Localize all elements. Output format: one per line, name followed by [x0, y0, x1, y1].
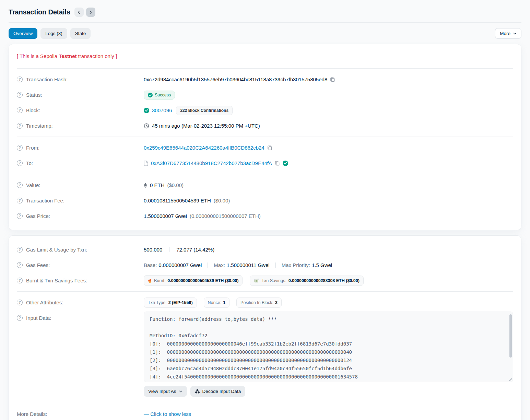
help-icon[interactable]	[17, 278, 23, 283]
gas-price-amount: 1.500000007 Gwei	[144, 213, 187, 219]
more-details-row: More Details: — Click to show less	[17, 406, 513, 420]
resize-handle[interactable]	[509, 378, 512, 381]
block-label: Block:	[26, 107, 40, 113]
transaction-nav	[74, 8, 95, 17]
burnt-savings-row: Burnt & Txn Savings Fees: Burnt: 0.00000…	[17, 273, 513, 288]
input-data-row: Input Data: Function: forward(address to…	[17, 312, 513, 397]
separator	[208, 262, 208, 268]
txn-savings-fee-badge: Txn Savings: 0.000000000000288308 ETH ($…	[250, 276, 363, 286]
clock-icon	[144, 123, 149, 129]
block-number-link[interactable]: 3007096	[152, 107, 172, 113]
page-title: Transaction Details	[9, 8, 70, 16]
show-less-link[interactable]: — Click to show less	[144, 411, 191, 417]
input-data-content: Function: forward(address to,bytes data)…	[144, 312, 513, 382]
divider	[17, 403, 513, 403]
gas-usage-value: 72,077 (14.42%)	[176, 247, 214, 253]
input-data-box[interactable]: Function: forward(address to,bytes data)…	[144, 312, 513, 382]
overview-card: [ This is a Sepolia Testnet transaction …	[9, 44, 521, 230]
copy-icon	[267, 145, 272, 150]
copy-icon	[330, 77, 335, 82]
to-address-link[interactable]: 0xA3f07D6773514480b918C2742b027b3acD9E44…	[151, 160, 272, 166]
help-icon[interactable]	[17, 262, 23, 268]
from-address-link[interactable]: 0x259c49E65644a020C2A642260a4ffB0CD862cb…	[144, 145, 264, 151]
tab-logs[interactable]: Logs (3)	[40, 28, 67, 39]
transaction-fee-label: Transaction Fee:	[26, 198, 64, 203]
value-amount: 0 ETH	[150, 182, 165, 188]
copy-from-address-button[interactable]	[267, 145, 272, 150]
base-fee-label: Base:	[144, 262, 157, 268]
view-input-as-button[interactable]: View Input As	[144, 386, 187, 397]
more-details-label: More Details:	[17, 411, 47, 417]
input-data-actions: View Input As Decode Input Data	[144, 386, 513, 397]
value-usd: ($0.00)	[167, 182, 184, 188]
copy-to-address-button[interactable]	[275, 161, 280, 166]
help-icon[interactable]	[17, 247, 23, 253]
block-row: Block: 3007096 222 Block Confirmations	[17, 103, 513, 118]
block-confirmations-badge: 222 Block Confirmations	[176, 106, 233, 115]
position-in-block-badge: Position In Block: 2	[236, 298, 282, 308]
help-icon[interactable]	[17, 160, 23, 166]
next-transaction-button[interactable]	[86, 8, 95, 17]
gas-price-row: Gas Price: 1.500000007 Gwei (0.000000001…	[17, 208, 513, 224]
gas-price-label: Gas Price:	[26, 213, 50, 219]
help-icon[interactable]	[17, 77, 23, 82]
help-icon[interactable]	[17, 213, 23, 219]
transaction-hash-value: 0xc72d984ccac6190b5f135576eb97b03604bc81…	[144, 77, 327, 82]
txn-savings-value: 0.000000000000288308 ETH ($0.00)	[288, 278, 360, 283]
tab-state[interactable]: State	[70, 28, 91, 39]
check-circle-icon	[148, 93, 153, 97]
chevron-down-icon	[513, 32, 517, 35]
divider	[17, 137, 513, 137]
help-icon[interactable]	[17, 300, 23, 305]
status-label: Status:	[26, 92, 42, 98]
decode-icon	[195, 389, 200, 394]
divider	[17, 174, 513, 174]
transaction-fee-usd: ($0.00)	[214, 198, 230, 203]
gas-fees-label: Gas Fees:	[26, 262, 50, 268]
help-icon[interactable]	[17, 92, 23, 98]
status-row: Status: Success	[17, 87, 513, 103]
transaction-hash-row: Transaction Hash: 0xc72d984ccac6190b5f13…	[17, 72, 513, 87]
max-priority-fee-label: Max Priority:	[282, 262, 310, 268]
gas-price-eth: (0.000000001500000007 ETH)	[190, 213, 261, 219]
help-icon[interactable]	[17, 182, 23, 188]
more-button[interactable]: More	[495, 28, 521, 39]
separator	[169, 247, 169, 252]
copy-transaction-hash-button[interactable]	[330, 77, 335, 82]
previous-transaction-button[interactable]	[74, 8, 84, 17]
txn-type-badge: Txn Type: 2 (EIP-1559)	[144, 298, 197, 308]
eth-icon	[144, 183, 147, 188]
burnt-fee-badge: Burnt: 0.000000000000504539 ETH ($0.00)	[144, 275, 243, 286]
help-icon[interactable]	[17, 145, 23, 151]
testnet-warning: [ This is a Sepolia Testnet transaction …	[17, 50, 513, 65]
transaction-fee-amount: 0.000108115500504539 ETH	[144, 198, 211, 203]
txn-savings-label: Txn Savings:	[261, 278, 286, 283]
input-data-label: Input Data:	[26, 315, 51, 321]
divider	[17, 68, 513, 69]
transaction-hash-label: Transaction Hash:	[26, 77, 68, 82]
separator	[275, 262, 276, 268]
nonce-badge: Nonce: 1	[204, 298, 230, 308]
value-row: Value: 0 ETH ($0.00)	[17, 177, 513, 193]
timestamp-label: Timestamp:	[26, 123, 53, 129]
burnt-savings-label: Burnt & Txn Savings Fees:	[26, 278, 87, 283]
from-label: From:	[26, 145, 39, 151]
decode-input-data-button[interactable]: Decode Input Data	[190, 386, 246, 397]
tab-overview[interactable]: Overview	[9, 28, 37, 39]
help-icon[interactable]	[17, 198, 23, 203]
help-icon[interactable]	[17, 107, 23, 113]
status-badge: Success	[144, 91, 175, 100]
burnt-value: 0.000000000000504539 ETH ($0.00)	[167, 278, 238, 283]
value-label: Value:	[26, 182, 40, 188]
input-data-scrollbar[interactable]	[509, 314, 512, 358]
chevron-down-icon	[179, 389, 182, 393]
chevron-left-icon	[77, 10, 81, 14]
timestamp-row: Timestamp: 45 mins ago (Mar-02-2023 12:5…	[17, 118, 513, 133]
transaction-fee-row: Transaction Fee: 0.000108115500504539 ET…	[17, 193, 513, 208]
verified-contract-icon	[283, 161, 288, 166]
help-icon[interactable]	[17, 315, 23, 321]
details-card: Gas Limit & Usage by Txn: 500,000 72,077…	[9, 235, 521, 420]
help-icon[interactable]	[17, 123, 23, 129]
block-finalized-icon	[144, 108, 149, 113]
gas-limit-usage-label: Gas Limit & Usage by Txn:	[26, 247, 87, 253]
